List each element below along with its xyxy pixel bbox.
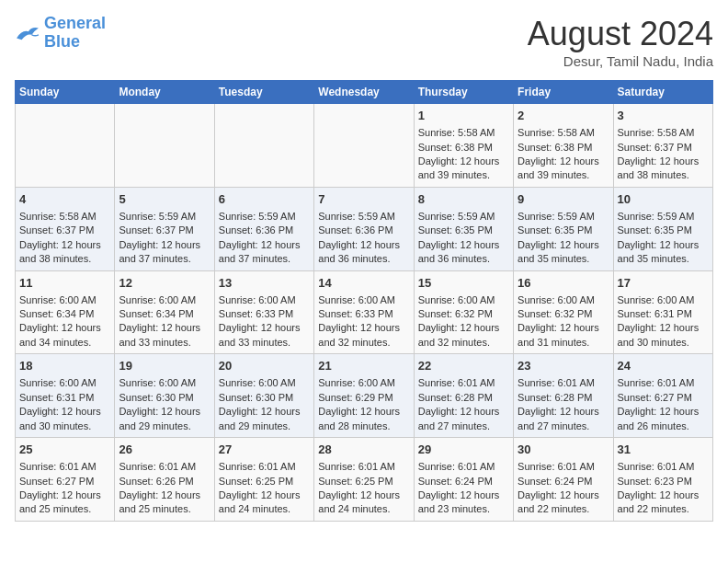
day-info: Sunrise: 6:00 AM bbox=[618, 293, 709, 307]
calendar-cell: 31Sunrise: 6:01 AMSunset: 6:23 PMDayligh… bbox=[613, 438, 712, 522]
day-info: Daylight: 12 hours bbox=[318, 488, 409, 502]
calendar-cell: 17Sunrise: 6:00 AMSunset: 6:31 PMDayligh… bbox=[613, 270, 712, 354]
day-info: Sunrise: 5:58 AM bbox=[418, 126, 509, 140]
day-info: Sunset: 6:33 PM bbox=[219, 307, 310, 321]
day-info: Daylight: 12 hours bbox=[219, 238, 310, 252]
day-info: Sunrise: 6:00 AM bbox=[219, 293, 310, 307]
day-info: Daylight: 12 hours bbox=[618, 488, 709, 502]
day-number: 12 bbox=[119, 275, 210, 292]
day-info: Sunrise: 5:59 AM bbox=[119, 210, 210, 224]
day-number: 23 bbox=[518, 358, 609, 374]
day-info: and 30 minutes. bbox=[618, 336, 709, 350]
calendar-cell bbox=[314, 104, 414, 188]
day-info: and 33 minutes. bbox=[219, 336, 310, 350]
day-number: 20 bbox=[219, 358, 310, 374]
day-info: Sunset: 6:30 PM bbox=[119, 391, 210, 405]
day-number: 24 bbox=[618, 358, 709, 374]
day-info: Daylight: 12 hours bbox=[219, 488, 310, 502]
day-info: and 28 minutes. bbox=[318, 419, 409, 433]
day-info: Sunrise: 6:01 AM bbox=[119, 460, 210, 474]
day-info: Sunrise: 5:58 AM bbox=[518, 126, 609, 140]
day-number: 14 bbox=[318, 275, 409, 292]
page-header: General Blue August 2024 Desur, Tamil Na… bbox=[15, 15, 713, 69]
calendar-cell: 24Sunrise: 6:01 AMSunset: 6:27 PMDayligh… bbox=[613, 354, 712, 438]
day-info: Sunrise: 5:59 AM bbox=[518, 210, 609, 224]
calendar-week-row: 18Sunrise: 6:00 AMSunset: 6:31 PMDayligh… bbox=[16, 354, 713, 438]
day-info: and 29 minutes. bbox=[119, 419, 210, 433]
day-number: 3 bbox=[618, 108, 709, 124]
day-info: Sunset: 6:32 PM bbox=[418, 307, 509, 321]
calendar-cell: 2Sunrise: 5:58 AMSunset: 6:38 PMDaylight… bbox=[514, 104, 613, 188]
day-info: Sunrise: 6:01 AM bbox=[518, 460, 609, 474]
day-info: and 34 minutes. bbox=[19, 336, 110, 350]
day-number: 10 bbox=[618, 191, 709, 208]
day-info: Daylight: 12 hours bbox=[418, 321, 509, 335]
day-info: Sunset: 6:31 PM bbox=[19, 391, 110, 405]
calendar-week-row: 25Sunrise: 6:01 AMSunset: 6:27 PMDayligh… bbox=[16, 438, 713, 522]
day-info: and 24 minutes. bbox=[318, 502, 409, 516]
day-info: Daylight: 12 hours bbox=[618, 238, 709, 252]
day-info: Daylight: 12 hours bbox=[19, 488, 110, 502]
day-info: and 23 minutes. bbox=[418, 502, 509, 516]
day-number: 29 bbox=[418, 442, 509, 458]
logo-text: General Blue bbox=[44, 15, 106, 52]
day-header-wednesday: Wednesday bbox=[314, 81, 414, 104]
day-info: Daylight: 12 hours bbox=[318, 321, 409, 335]
day-info: Sunrise: 6:01 AM bbox=[418, 460, 509, 474]
day-number: 9 bbox=[518, 191, 609, 208]
day-info: Sunrise: 6:00 AM bbox=[518, 293, 609, 307]
day-info: Sunrise: 6:00 AM bbox=[119, 293, 210, 307]
day-number: 15 bbox=[418, 275, 509, 292]
day-info: Sunrise: 6:01 AM bbox=[518, 376, 609, 390]
calendar-cell: 19Sunrise: 6:00 AMSunset: 6:30 PMDayligh… bbox=[115, 354, 214, 438]
day-number: 27 bbox=[219, 442, 310, 458]
calendar-cell: 18Sunrise: 6:00 AMSunset: 6:31 PMDayligh… bbox=[16, 354, 115, 438]
day-header-tuesday: Tuesday bbox=[214, 81, 313, 104]
day-info: and 32 minutes. bbox=[418, 336, 509, 350]
day-number: 17 bbox=[618, 275, 709, 292]
day-number: 18 bbox=[19, 358, 110, 374]
day-info: Sunrise: 6:00 AM bbox=[119, 376, 210, 390]
day-info: Sunset: 6:34 PM bbox=[19, 307, 110, 321]
day-info: Sunrise: 6:01 AM bbox=[418, 376, 509, 390]
day-info: Sunset: 6:27 PM bbox=[19, 475, 110, 488]
day-info: Sunrise: 6:00 AM bbox=[219, 376, 310, 390]
day-info: and 22 minutes. bbox=[618, 502, 709, 516]
calendar-cell: 10Sunrise: 5:59 AMSunset: 6:35 PMDayligh… bbox=[613, 187, 712, 270]
day-number: 30 bbox=[518, 442, 609, 458]
calendar-cell: 11Sunrise: 6:00 AMSunset: 6:34 PMDayligh… bbox=[16, 270, 115, 354]
day-number: 19 bbox=[119, 358, 210, 374]
day-number: 1 bbox=[418, 108, 509, 124]
day-info: Sunset: 6:30 PM bbox=[219, 391, 310, 405]
day-info: Sunset: 6:28 PM bbox=[418, 391, 509, 405]
day-info: Sunrise: 5:59 AM bbox=[618, 210, 709, 224]
day-info: Sunrise: 5:58 AM bbox=[618, 126, 709, 140]
day-number: 31 bbox=[618, 442, 709, 458]
day-number: 26 bbox=[119, 442, 210, 458]
calendar-cell: 6Sunrise: 5:59 AMSunset: 6:36 PMDaylight… bbox=[214, 187, 313, 270]
day-info: Sunrise: 6:01 AM bbox=[618, 460, 709, 474]
calendar-cell: 20Sunrise: 6:00 AMSunset: 6:30 PMDayligh… bbox=[214, 354, 313, 438]
day-info: and 27 minutes. bbox=[518, 419, 609, 433]
calendar-cell: 30Sunrise: 6:01 AMSunset: 6:24 PMDayligh… bbox=[514, 438, 613, 522]
day-number: 5 bbox=[119, 191, 210, 208]
day-number: 22 bbox=[418, 358, 509, 374]
calendar-cell: 9Sunrise: 5:59 AMSunset: 6:35 PMDaylight… bbox=[514, 187, 613, 270]
calendar-cell: 25Sunrise: 6:01 AMSunset: 6:27 PMDayligh… bbox=[16, 438, 115, 522]
day-info: and 39 minutes. bbox=[418, 168, 509, 182]
day-info: and 37 minutes. bbox=[119, 252, 210, 266]
calendar-cell: 12Sunrise: 6:00 AMSunset: 6:34 PMDayligh… bbox=[115, 270, 214, 354]
day-info: Sunset: 6:28 PM bbox=[518, 391, 609, 405]
day-info: Daylight: 12 hours bbox=[119, 488, 210, 502]
day-info: Sunset: 6:35 PM bbox=[618, 224, 709, 237]
day-info: Sunrise: 6:01 AM bbox=[219, 460, 310, 474]
day-info: and 33 minutes. bbox=[119, 336, 210, 350]
day-info: Sunset: 6:26 PM bbox=[119, 475, 210, 488]
day-info: and 25 minutes. bbox=[119, 502, 210, 516]
calendar-cell: 4Sunrise: 5:58 AMSunset: 6:37 PMDaylight… bbox=[16, 187, 115, 270]
calendar-cell: 16Sunrise: 6:00 AMSunset: 6:32 PMDayligh… bbox=[514, 270, 613, 354]
day-info: and 35 minutes. bbox=[518, 252, 609, 266]
calendar-cell bbox=[214, 104, 313, 188]
day-info: Daylight: 12 hours bbox=[119, 238, 210, 252]
day-header-monday: Monday bbox=[115, 81, 214, 104]
